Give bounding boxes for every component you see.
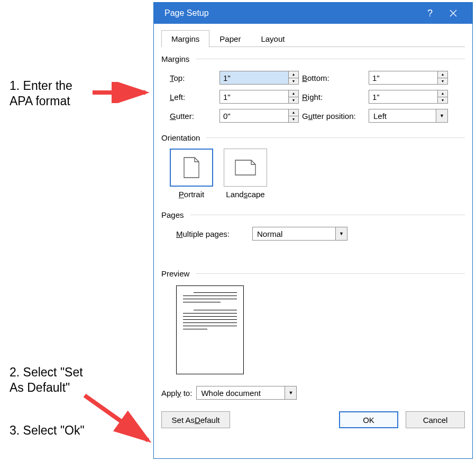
label-gutter: Gutter: [170,112,216,121]
page-setup-dialog: Page Setup ? Margins Paper Layout Margin… [153,2,473,459]
label-multiple-pages: Multiple pages: [176,229,245,238]
tab-layout[interactable]: Layout [251,30,295,47]
spin-down-icon[interactable]: ▼ [289,78,298,85]
margin-top-field[interactable] [219,71,288,85]
annotation-step1: 1. Enter the APA format [10,78,72,109]
label-gutter-position: Gutter position: [302,112,365,121]
ok-button[interactable]: OK [339,411,398,428]
spin-down-icon[interactable]: ▼ [289,116,298,123]
apply-to-select[interactable]: Whole document ▼ [196,386,297,400]
gutter-position-select[interactable]: Left ▼ [369,109,448,123]
multiple-pages-value: Normal [253,227,335,240]
orientation-landscape[interactable] [224,149,267,187]
label-apply-to: Apply to: [161,389,192,398]
margin-left-input[interactable]: ▲▼ [219,90,299,104]
arrow-step1 [90,82,153,103]
margin-right-field[interactable] [369,90,437,104]
group-label-preview: Preview [161,269,465,278]
spin-up-icon[interactable]: ▲ [438,90,447,97]
svg-line-1 [85,395,148,440]
cancel-button[interactable]: Cancel [406,411,465,428]
chevron-down-icon: ▼ [335,227,347,240]
group-label-pages: Pages [161,210,465,219]
margin-right-input[interactable]: ▲▼ [369,90,448,104]
spin-up-icon[interactable]: ▲ [289,90,298,97]
spin-up-icon[interactable]: ▲ [289,71,298,78]
close-button[interactable] [442,3,465,24]
chevron-down-icon: ▼ [285,386,296,399]
portrait-icon [183,156,200,179]
group-label-orientation: Orientation [161,133,465,142]
preview-thumbnail [176,285,244,374]
tab-margins[interactable]: Margins [161,30,209,47]
tab-paper[interactable]: Paper [209,30,251,47]
set-as-default-button[interactable]: Set As Default [161,411,230,428]
margin-top-input[interactable]: ▲▼ [219,71,299,85]
spin-down-icon[interactable]: ▼ [438,78,447,85]
spin-down-icon[interactable]: ▼ [289,97,298,104]
tab-strip: Margins Paper Layout [161,30,465,47]
margin-bottom-field[interactable] [369,71,437,85]
close-icon [450,10,457,17]
group-label-margins: Margins [161,54,465,63]
orientation-landscape-label: Landscape [224,190,267,199]
margin-bottom-input[interactable]: ▲▼ [369,71,448,85]
chevron-down-icon: ▼ [436,109,447,122]
arrow-step2 [79,390,159,448]
label-left: Left: [170,93,216,102]
annotation-step3: 3. Select "Ok" [10,423,85,438]
titlebar: Page Setup ? [154,3,472,24]
label-top: Top: [170,73,216,82]
orientation-portrait[interactable] [170,149,213,187]
spin-up-icon[interactable]: ▲ [289,109,298,116]
gutter-position-value: Left [369,109,436,122]
label-right: Right: [302,93,365,102]
dialog-title: Page Setup [164,8,209,18]
spin-down-icon[interactable]: ▼ [438,97,447,104]
help-button[interactable]: ? [418,3,442,24]
multiple-pages-select[interactable]: Normal ▼ [252,227,347,241]
annotation-step2: 2. Select "Set As Default" [10,365,83,395]
landscape-icon [234,159,257,176]
orientation-portrait-label: Portrait [170,190,213,199]
margin-left-field[interactable] [219,90,288,104]
gutter-field[interactable] [219,109,288,123]
apply-to-value: Whole document [197,386,285,399]
gutter-input[interactable]: ▲▼ [219,109,299,123]
spin-up-icon[interactable]: ▲ [438,71,447,78]
label-bottom: Bottom: [302,73,365,82]
